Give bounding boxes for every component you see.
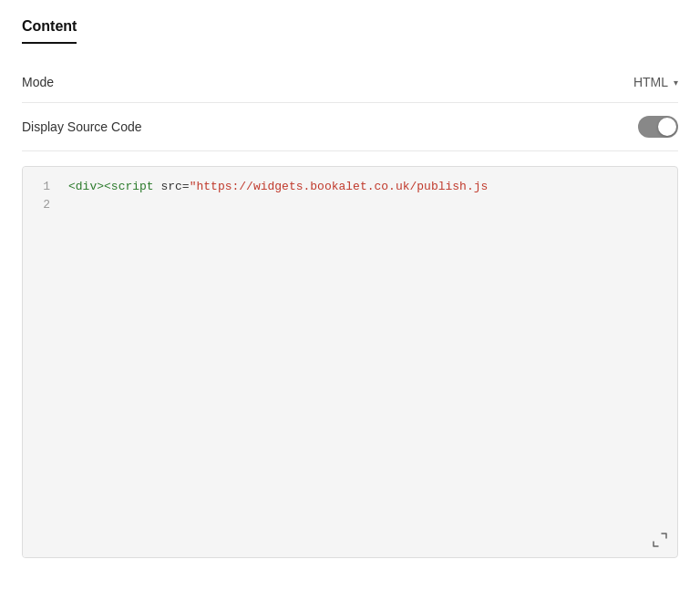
display-source-row: Display Source Code (22, 103, 678, 151)
display-source-label: Display Source Code (22, 119, 142, 134)
mode-dropdown[interactable]: HTML ▾ (633, 75, 678, 89)
section-title: Content (22, 18, 77, 44)
chevron-down-icon: ▾ (674, 78, 678, 88)
mode-value: HTML (633, 75, 668, 89)
line-number-2: 2 (23, 196, 59, 214)
toggle-knob (658, 118, 676, 136)
expand-button[interactable] (652, 532, 668, 548)
code-editor: 1 2 <div><script src="https://widgets.bo… (22, 166, 678, 558)
code-line-2 (68, 196, 668, 214)
attr-src-value: "https://widgets.bookalet.co.uk/publish.… (190, 180, 489, 193)
attr-src-name: src= (154, 180, 190, 193)
open-bracket-2: < (104, 180, 111, 193)
open-bracket-1: < (68, 180, 76, 193)
mode-label: Mode (22, 75, 54, 89)
tag-script: script (111, 180, 154, 193)
code-content: 1 2 <div><script src="https://widgets.bo… (23, 167, 677, 557)
code-lines: <div><script src="https://widgets.bookal… (59, 167, 677, 557)
main-container: Content Mode HTML ▾ Display Source Code … (0, 0, 700, 576)
line-numbers: 1 2 (23, 167, 59, 557)
close-bracket-1: > (97, 180, 104, 193)
mode-row: Mode HTML ▾ (22, 62, 678, 103)
code-line-1: <div><script src="https://widgets.bookal… (68, 178, 668, 196)
display-source-toggle[interactable] (638, 116, 678, 138)
line-number-1: 1 (23, 178, 59, 196)
tag-div: div (76, 180, 97, 193)
